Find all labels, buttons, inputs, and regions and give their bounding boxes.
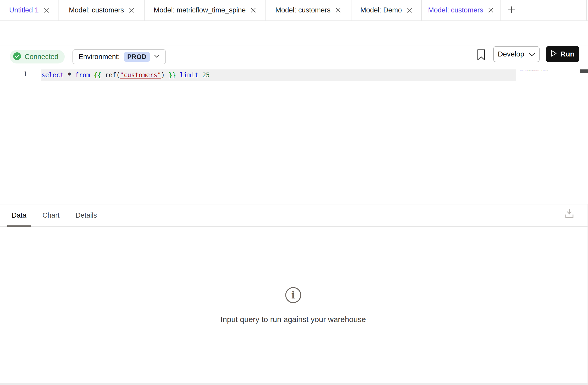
code-token-jinja: {{ bbox=[94, 72, 105, 79]
close-icon[interactable] bbox=[488, 7, 494, 13]
code-token: * bbox=[68, 72, 75, 79]
new-tab-button[interactable] bbox=[501, 0, 522, 20]
connection-status-label: Connected bbox=[25, 53, 58, 61]
svg-text:i: i bbox=[291, 289, 295, 301]
code-token-string: "customers" bbox=[120, 72, 161, 79]
environment-label: Environment: bbox=[79, 53, 120, 61]
code-token-keyword: select bbox=[41, 72, 68, 79]
bottom-status-strip bbox=[0, 383, 588, 385]
close-icon[interactable] bbox=[335, 7, 341, 13]
close-icon[interactable] bbox=[407, 7, 413, 13]
results-panel-tabs: Data Chart Details bbox=[0, 204, 588, 227]
code-token-number: 25 bbox=[202, 72, 210, 79]
right-edge-divider bbox=[587, 204, 587, 383]
tab-details-label: Details bbox=[76, 211, 97, 219]
connection-status-badge: Connected bbox=[10, 50, 65, 63]
tab-label: Model: customers bbox=[428, 6, 483, 14]
run-button-label: Run bbox=[560, 50, 574, 58]
bookmark-icon[interactable] bbox=[476, 49, 486, 61]
tab-chart[interactable]: Chart bbox=[42, 204, 60, 226]
editor-scrollbar-thumb[interactable] bbox=[580, 69, 588, 73]
tab-model-customers[interactable]: Model: customers bbox=[59, 0, 145, 20]
tab-label: Model: customers bbox=[275, 6, 330, 14]
code-token: ) bbox=[161, 72, 168, 79]
tab-model-customers-3[interactable]: Model: customers bbox=[422, 0, 501, 20]
close-icon[interactable] bbox=[129, 7, 135, 13]
tab-model-demo[interactable]: Model: Demo bbox=[351, 0, 422, 20]
environment-dropdown[interactable]: Environment: PROD bbox=[72, 49, 166, 64]
tab-chart-label: Chart bbox=[42, 211, 60, 219]
tab-details[interactable]: Details bbox=[76, 204, 97, 226]
close-icon[interactable] bbox=[250, 7, 256, 13]
tab-label: Model: customers bbox=[69, 6, 124, 14]
close-icon[interactable] bbox=[43, 7, 49, 13]
develop-button[interactable]: Develop bbox=[493, 46, 540, 62]
run-button[interactable]: Run bbox=[546, 46, 579, 62]
tab-model-metricflow-time-spine[interactable]: Model: metricflow_time_spine bbox=[145, 0, 266, 20]
sql-editor-line[interactable]: select * from {{ ref("customers") }} lim… bbox=[41, 69, 516, 81]
download-icon bbox=[564, 216, 575, 220]
code-token-keyword: from bbox=[75, 72, 94, 79]
tab-label: Untitled 1 bbox=[9, 6, 39, 14]
develop-button-label: Develop bbox=[498, 50, 524, 58]
right-edge-divider bbox=[586, 0, 587, 21]
empty-state-message: Input query to run against your warehous… bbox=[220, 315, 366, 324]
tab-untitled-1[interactable]: Untitled 1 bbox=[0, 0, 59, 20]
editor-scrollbar-track bbox=[580, 73, 580, 204]
download-results-button[interactable] bbox=[564, 207, 575, 220]
line-number: 1 bbox=[0, 70, 27, 78]
editor-tab-bar: Untitled 1 Model: customers Model: metri… bbox=[0, 0, 588, 21]
ide-toolbar: Develop Run bbox=[0, 21, 588, 46]
info-icon: i bbox=[285, 287, 302, 305]
code-token-keyword: limit bbox=[180, 72, 202, 79]
plus-icon bbox=[507, 6, 516, 15]
chevron-down-icon bbox=[154, 54, 160, 59]
code-token-jinja: }} bbox=[168, 72, 180, 79]
tab-label: Model: Demo bbox=[360, 6, 402, 14]
results-empty-state: i Input query to run against your wareho… bbox=[0, 287, 586, 324]
ide-window: Untitled 1 Model: customers Model: metri… bbox=[0, 0, 588, 385]
tab-label: Model: metricflow_time_spine bbox=[154, 6, 246, 14]
play-icon bbox=[551, 50, 557, 59]
editor-minimap: select * from {{ ref("customers") }} lim… bbox=[520, 69, 579, 73]
check-circle-icon bbox=[13, 52, 21, 61]
connection-status-row: Connected Environment: PROD bbox=[10, 49, 166, 64]
tab-data[interactable]: Data bbox=[12, 204, 26, 226]
tab-model-customers-2[interactable]: Model: customers bbox=[266, 0, 351, 20]
tab-data-label: Data bbox=[12, 211, 26, 219]
chevron-down-icon bbox=[528, 50, 535, 58]
environment-value-badge: PROD bbox=[124, 52, 150, 62]
code-token: ref( bbox=[105, 72, 120, 79]
